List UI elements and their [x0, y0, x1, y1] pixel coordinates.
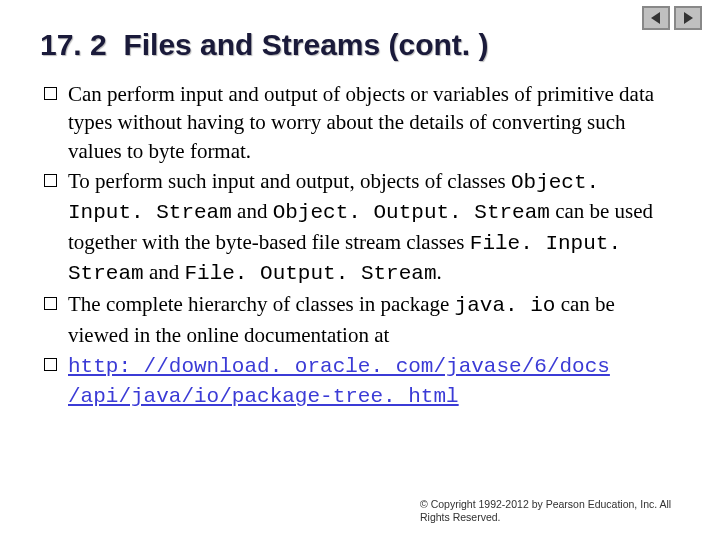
list-item: Can perform input and output of objects … — [68, 80, 680, 165]
slide-content: 17. 2 Files and Streams (cont. ) Can per… — [0, 0, 720, 412]
slide-title: 17. 2 Files and Streams (cont. ) — [40, 28, 680, 62]
title-text: Files and Streams (cont. ) — [123, 28, 488, 61]
bullet-text: To perform such input and output, object… — [68, 169, 511, 193]
prev-slide-button[interactable] — [642, 6, 670, 30]
triangle-right-icon — [681, 11, 695, 25]
bullet-list: Can perform input and output of objects … — [40, 80, 680, 412]
code-text: java. io — [455, 294, 556, 317]
code-text: File. Output. Stream — [184, 262, 436, 285]
bullet-text: and — [232, 199, 273, 223]
bullet-text: The complete hierarchy of classes in pac… — [68, 292, 455, 316]
list-item: http: //download. oracle. com/javase/6/d… — [68, 351, 680, 412]
copyright-notice: © Copyright 1992-2012 by Pearson Educati… — [420, 498, 680, 524]
triangle-left-icon — [649, 11, 663, 25]
nav-buttons — [642, 6, 702, 30]
svg-marker-0 — [651, 12, 660, 24]
list-item: To perform such input and output, object… — [68, 167, 680, 288]
documentation-link[interactable]: http: //download. oracle. com/javase/6/d… — [68, 355, 610, 408]
section-number: 17. 2 — [40, 28, 107, 61]
list-item: The complete hierarchy of classes in pac… — [68, 290, 680, 349]
bullet-text: Can perform input and output of objects … — [68, 82, 654, 163]
bullet-text: and — [144, 260, 185, 284]
next-slide-button[interactable] — [674, 6, 702, 30]
bullet-text: . — [437, 260, 442, 284]
svg-marker-1 — [684, 12, 693, 24]
code-text: Object. Output. Stream — [273, 201, 550, 224]
